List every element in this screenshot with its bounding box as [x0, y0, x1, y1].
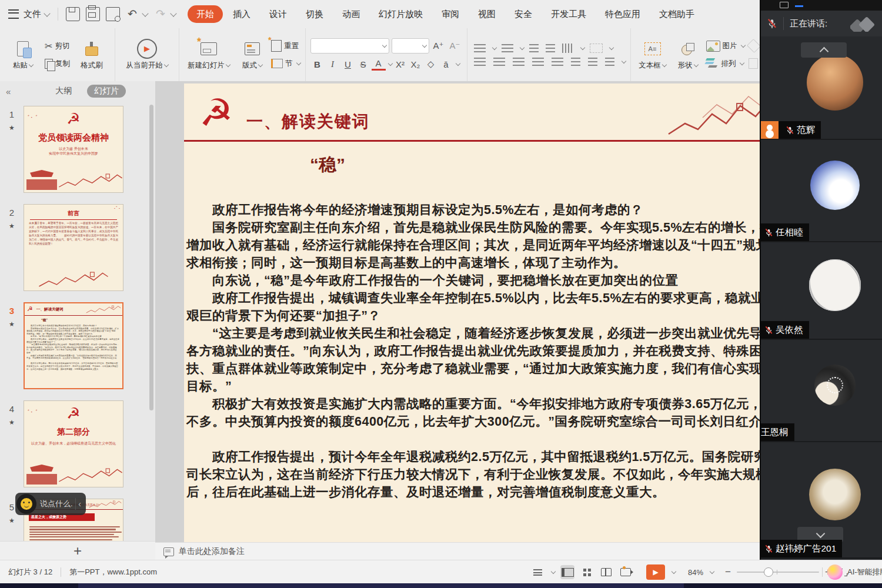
- collapse-panel-icon[interactable]: «: [6, 86, 11, 96]
- chat-placeholder[interactable]: 说点什么...: [40, 499, 73, 509]
- animation-star-icon[interactable]: ★: [9, 419, 15, 426]
- menu-tab-4[interactable]: 动画: [333, 5, 369, 23]
- layout-button[interactable]: 版式: [237, 33, 268, 76]
- subscript-button[interactable]: X₂: [409, 57, 423, 71]
- grow-font-button[interactable]: A⁺: [432, 39, 446, 53]
- superscript-button[interactable]: X²: [393, 57, 407, 71]
- toolbar-more-icon[interactable]: [170, 10, 176, 16]
- file-menu[interactable]: 文件: [24, 9, 41, 20]
- zoom-level[interactable]: 84%: [688, 568, 703, 577]
- tab-outline[interactable]: 大纲: [48, 85, 79, 98]
- menu-tab-7[interactable]: 视图: [469, 5, 505, 23]
- chat-collapse-icon[interactable]: ‹: [78, 499, 81, 509]
- menu-tab-3[interactable]: 切换: [297, 5, 332, 23]
- italic-button[interactable]: I: [326, 57, 340, 71]
- menu-tab-1[interactable]: 插入: [224, 5, 259, 23]
- slide-thumbnail-1[interactable]: ☭ ﾞ･ ﾞ 党员领读两会精神 以史为鉴 开创未来实现中华民族伟大复兴的中国梦: [24, 106, 123, 193]
- zoom-slider[interactable]: [737, 572, 819, 573]
- arrange-button[interactable]: 排列: [706, 56, 745, 71]
- undo-icon[interactable]: ↶: [126, 8, 139, 21]
- section-button[interactable]: 节: [271, 56, 300, 71]
- font-name-combo[interactable]: [310, 38, 389, 54]
- copy-button[interactable]: 复制: [45, 56, 70, 71]
- hamburger-menu-icon[interactable]: [8, 9, 19, 19]
- increase-indent-icon[interactable]: [546, 44, 555, 52]
- text-frame-icon[interactable]: [590, 44, 603, 53]
- slide-thumbnail-2[interactable]: 前言 未来属于青年，希望寄予青年。一百年前，一群新青年高举马克思主义思想火炬，在…: [24, 204, 123, 291]
- tab-slides[interactable]: 幻灯片: [87, 85, 126, 98]
- paragraph-down-icon[interactable]: [588, 58, 597, 66]
- numbered-list-icon[interactable]: [502, 44, 513, 52]
- normal-view-icon[interactable]: [560, 565, 574, 579]
- menu-tab-8[interactable]: 安全: [506, 5, 541, 23]
- shrink-font-button[interactable]: A⁻: [448, 39, 462, 53]
- play-from-current-button[interactable]: ▶ 从当前开始: [120, 33, 174, 76]
- thumbnail-list: 1 ★☭ ﾞ･ ﾞ 党员领读两会精神 以史为鉴 开创未来实现中华民族伟大复兴的中…: [0, 101, 151, 541]
- notes-toggle-icon[interactable]: [530, 565, 544, 579]
- menu-tab-0[interactable]: 开始: [188, 5, 223, 23]
- reset-button[interactable]: 重置: [271, 38, 300, 54]
- paste-button[interactable]: 粘贴: [5, 33, 41, 76]
- print-icon[interactable]: [86, 7, 100, 21]
- cut-button[interactable]: ✂剪切: [45, 38, 70, 54]
- slide-sorter-view-icon[interactable]: [580, 565, 594, 579]
- slide-thumbnail-3[interactable]: ☭ 一、解读关键词 “稳” 政府工作报告将今年的经济增速预期目标设定为5.5%左…: [24, 302, 123, 389]
- slideshow-play-button[interactable]: ▶: [646, 564, 665, 580]
- file-menu-caret-icon[interactable]: [44, 10, 50, 16]
- undo-caret-icon[interactable]: [142, 10, 148, 16]
- menu-tab-2[interactable]: 设计: [260, 5, 296, 23]
- animation-star-icon[interactable]: ★: [9, 222, 15, 230]
- menu-tab-6[interactable]: 审阅: [433, 5, 468, 23]
- strikethrough-button[interactable]: S: [356, 57, 370, 71]
- chat-input-pill[interactable]: 说点什么... ‹: [15, 493, 86, 515]
- reading-view-icon[interactable]: [599, 565, 613, 579]
- slide-thumbnail-4[interactable]: ☭ ﾞ･ ﾞ 第二部分 以史为鉴、开创未来，必须继续推进马克思主义中国化: [24, 400, 123, 487]
- ai-assistant-icon[interactable]: [827, 564, 843, 580]
- picture-button[interactable]: 图片: [706, 38, 745, 54]
- highlight-button[interactable]: ā: [439, 57, 453, 71]
- format-painter-button[interactable]: 格式刷: [74, 33, 110, 76]
- animation-star-icon[interactable]: ★: [9, 320, 15, 328]
- animation-star-icon[interactable]: ★: [9, 124, 15, 132]
- align-center-icon[interactable]: [493, 58, 505, 66]
- ai-assistant-label[interactable]: AI-智能排版: [847, 567, 882, 577]
- animation-star-icon[interactable]: ★: [9, 517, 15, 524]
- menu-tab-11[interactable]: 文档助手: [650, 5, 703, 23]
- minimize-icon[interactable]: [795, 5, 803, 7]
- menu-tab-5[interactable]: 幻灯片放映: [370, 5, 432, 23]
- align-right-icon[interactable]: [513, 58, 524, 66]
- print-preview-icon[interactable]: [106, 7, 120, 21]
- underline-button[interactable]: U: [341, 57, 355, 71]
- font-size-combo[interactable]: [392, 38, 429, 54]
- add-slide-button[interactable]: +: [0, 541, 155, 560]
- zoom-out-button[interactable]: −: [725, 566, 731, 578]
- slide-canvas[interactable]: ☭ 一、解读关键词 “稳” 政府工作报告将今年的经济增速预期目标设定为5.5%左…: [184, 83, 760, 542]
- line-spacing-icon[interactable]: [605, 58, 614, 66]
- font-color-button[interactable]: A: [372, 58, 386, 71]
- decrease-indent-icon[interactable]: [529, 44, 539, 52]
- text-box-button[interactable]: A≡ 文本框: [636, 33, 670, 76]
- text-direction-icon[interactable]: [562, 44, 574, 53]
- shapes-button[interactable]: 形状: [673, 33, 703, 76]
- zoom-slider-knob[interactable]: [764, 567, 773, 577]
- window-mode-icon[interactable]: [780, 2, 789, 8]
- align-left-icon[interactable]: [474, 58, 486, 66]
- slide-body-text[interactable]: 政府工作报告将今年的经济增速预期目标设定为5.5%左右，是如何考虑的？国务院研究…: [186, 201, 760, 501]
- record-view-icon[interactable]: [619, 565, 633, 579]
- notes-bar[interactable]: 单击此处添加备注: [155, 542, 760, 560]
- new-slide-button[interactable]: 新建幻灯片: [184, 33, 233, 76]
- distribute-icon[interactable]: [552, 58, 563, 66]
- justify-icon[interactable]: [532, 58, 544, 66]
- collapse-tiles-button[interactable]: [801, 42, 847, 58]
- bold-button[interactable]: B: [310, 57, 325, 71]
- menu-tab-10[interactable]: 特色应用: [596, 5, 649, 23]
- menu-tab-9[interactable]: 开发工具: [542, 5, 595, 23]
- slide-number: 2: [9, 208, 14, 218]
- thumbnail-scrollbar[interactable]: [149, 105, 153, 410]
- bullet-list-icon[interactable]: [474, 44, 486, 52]
- comment-icon: [163, 547, 174, 556]
- clear-format-icon[interactable]: ◇: [424, 57, 438, 71]
- emoji-icon[interactable]: [16, 494, 36, 514]
- save-icon[interactable]: [66, 7, 80, 21]
- paragraph-up-icon[interactable]: [571, 58, 580, 66]
